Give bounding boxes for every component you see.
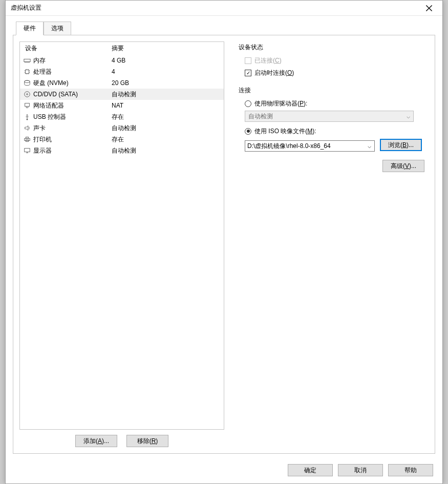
browse-button[interactable]: 浏览(B)... xyxy=(380,139,422,151)
use-physical-radio[interactable]: 使用物理驱动器(P): xyxy=(245,98,424,109)
device-name: 硬盘 (NVMe) xyxy=(33,79,112,88)
table-row[interactable]: 打印机存在 xyxy=(20,134,224,145)
vm-settings-dialog: 虚拟机设置 硬件 选项 设备 摘要 内存4 GB处理器4硬盘 (NVMe)20 … xyxy=(5,0,443,484)
left-column: 设备 摘要 内存4 GB处理器4硬盘 (NVMe)20 GBCD/DVD (SA… xyxy=(19,41,224,447)
table-row[interactable]: 硬盘 (NVMe)20 GB xyxy=(20,77,224,89)
device-table: 设备 摘要 内存4 GB处理器4硬盘 (NVMe)20 GBCD/DVD (SA… xyxy=(19,41,224,430)
svg-point-2 xyxy=(25,80,30,82)
device-summary: 20 GB xyxy=(112,79,222,87)
dialog-body: 硬件 选项 设备 摘要 内存4 GB处理器4硬盘 (NVMe)20 GBCD/D… xyxy=(6,16,442,459)
window-title: 虚拟机设置 xyxy=(11,4,419,12)
chevron-down-icon: ⌵ xyxy=(368,142,371,150)
connect-on-start-checkbox[interactable]: ✓ 启动时连接(O) xyxy=(245,68,424,78)
cancel-button[interactable]: 取消 xyxy=(338,464,383,476)
table-row[interactable]: 显示器自动检测 xyxy=(20,145,224,156)
dialog-footer: 确定 取消 帮助 xyxy=(6,459,442,483)
radio-icon xyxy=(245,128,251,135)
table-row[interactable]: 处理器4 xyxy=(20,66,224,77)
use-iso-radio[interactable]: 使用 ISO 映像文件(M): xyxy=(245,126,424,136)
svg-rect-5 xyxy=(25,103,30,107)
disk-icon xyxy=(23,79,31,87)
device-name: 声卡 xyxy=(33,124,112,133)
cd-icon xyxy=(23,90,31,98)
close-button[interactable] xyxy=(419,1,439,15)
header-summary: 摘要 xyxy=(112,44,222,53)
table-row[interactable]: USB 控制器存在 xyxy=(20,111,224,122)
help-button[interactable]: 帮助 xyxy=(388,464,433,476)
device-name: 显示器 xyxy=(33,146,112,155)
device-name: USB 控制器 xyxy=(33,113,112,121)
device-summary: 存在 xyxy=(112,113,222,121)
connection-title: 连接 xyxy=(239,86,424,95)
table-row[interactable]: 声卡自动检测 xyxy=(20,122,224,134)
device-name: 内存 xyxy=(33,56,112,65)
tab-panel: 设备 摘要 内存4 GB处理器4硬盘 (NVMe)20 GBCD/DVD (SA… xyxy=(13,35,435,454)
svg-rect-0 xyxy=(24,59,30,61)
device-summary: 存在 xyxy=(112,135,222,144)
display-icon xyxy=(23,146,31,155)
radio-icon xyxy=(245,100,251,107)
device-name: 网络适配器 xyxy=(33,101,112,110)
svg-rect-8 xyxy=(26,137,28,139)
svg-point-4 xyxy=(27,94,28,95)
svg-rect-1 xyxy=(26,70,29,74)
device-summary: 自动检测 xyxy=(112,90,222,99)
close-icon xyxy=(425,5,433,12)
printer-icon xyxy=(23,135,31,143)
ok-button[interactable]: 确定 xyxy=(288,464,333,476)
header-device: 设备 xyxy=(22,44,112,53)
add-button[interactable]: 添加(A)... xyxy=(75,435,117,447)
device-state-title: 设备状态 xyxy=(239,43,424,52)
advanced-row: 高级(V)... xyxy=(239,160,424,172)
table-header: 设备 摘要 xyxy=(20,42,224,55)
sound-icon xyxy=(23,124,31,132)
tab-hardware[interactable]: 硬件 xyxy=(16,22,44,35)
device-name: 打印机 xyxy=(33,135,112,144)
connection-group: 使用物理驱动器(P): 自动检测 ⌵ 使用 ISO 映像文件(M): D:\虚拟… xyxy=(239,98,424,152)
iso-path-dropdown[interactable]: D:\虚拟机镜像\rhel-8.0-x86_64 ⌵ xyxy=(245,140,375,152)
device-summary: 4 xyxy=(112,68,222,75)
remove-button[interactable]: 移除(R) xyxy=(126,435,168,447)
chevron-down-icon: ⌵ xyxy=(407,113,410,120)
checkbox-icon xyxy=(245,57,251,64)
network-icon xyxy=(23,101,31,110)
device-state-group: 已连接(C) ✓ 启动时连接(O) xyxy=(239,55,424,78)
advanced-button[interactable]: 高级(V)... xyxy=(382,160,424,172)
physical-drive-select: 自动检测 ⌵ xyxy=(245,111,414,122)
tabs: 硬件 选项 xyxy=(16,21,435,35)
tab-options[interactable]: 选项 xyxy=(44,22,71,35)
table-row[interactable]: CD/DVD (SATA)自动检测 xyxy=(20,89,224,100)
table-row[interactable]: 网络适配器NAT xyxy=(20,100,224,111)
device-summary: 4 GB xyxy=(112,57,222,64)
device-name: 处理器 xyxy=(33,68,112,76)
svg-rect-10 xyxy=(25,149,30,152)
table-row[interactable]: 内存4 GB xyxy=(20,55,224,66)
connected-checkbox: 已连接(C) xyxy=(245,55,424,66)
checkbox-icon: ✓ xyxy=(245,70,251,76)
svg-point-6 xyxy=(27,119,28,120)
svg-point-3 xyxy=(25,92,30,97)
device-summary: 自动检测 xyxy=(112,146,222,155)
right-column: 设备状态 已连接(C) ✓ 启动时连接(O) 连接 使用物理驱动器(P xyxy=(234,41,429,447)
device-buttons: 添加(A)... 移除(R) xyxy=(19,435,224,447)
device-summary: 自动检测 xyxy=(112,124,222,133)
device-name: CD/DVD (SATA) xyxy=(33,91,112,98)
titlebar: 虚拟机设置 xyxy=(6,1,442,16)
table-body: 内存4 GB处理器4硬盘 (NVMe)20 GBCD/DVD (SATA)自动检… xyxy=(20,55,224,156)
usb-icon xyxy=(23,113,31,121)
device-summary: NAT xyxy=(112,102,222,109)
iso-row: D:\虚拟机镜像\rhel-8.0-x86_64 ⌵ 浏览(B)... xyxy=(245,138,424,152)
memory-icon xyxy=(23,56,31,65)
cpu-icon xyxy=(23,68,31,76)
